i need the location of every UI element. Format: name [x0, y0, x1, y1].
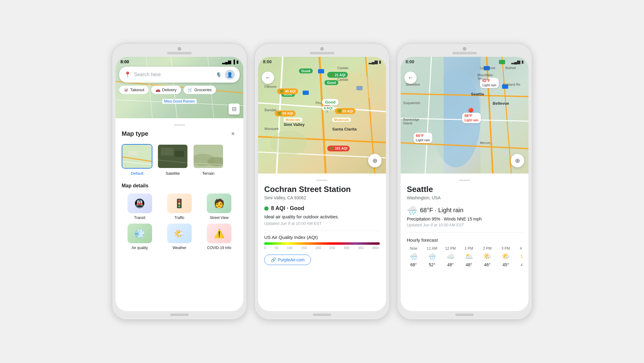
chip-takeout[interactable]: 🥡 Takeout — [119, 86, 149, 94]
detail-transit[interactable]: 🚇 Transit — [122, 193, 158, 220]
aqi-updated: Updated Jun 9 at 10:00 AM EST — [264, 221, 380, 226]
map-type-default[interactable]: Default — [122, 144, 152, 176]
phone-home-2 — [313, 314, 331, 316]
mercer-label: Mercer... — [480, 141, 493, 145]
covid-label: COVID-19 Info — [207, 246, 231, 250]
chip-delivery[interactable]: 🚗 Delivery — [151, 86, 181, 94]
hourly-item-0: Now 🌧️ 68° — [407, 246, 420, 267]
hourly-icon-3: 🌥️ — [465, 252, 473, 260]
battery-icon-3: ▮ — [521, 60, 524, 64]
chip-groceries[interactable]: 🛒 Groceries — [183, 86, 216, 94]
aqi-59a-icon: 🌿 — [277, 111, 281, 115]
detail-covid[interactable]: ⚠️ COVID-19 Info — [201, 224, 237, 250]
hourly-item-2: 12 PM ☁️ 48° — [444, 246, 457, 267]
svg-point-29 — [270, 131, 307, 155]
phone-2-map: 8:00 ▂▄▆ ▮ — [258, 57, 386, 174]
phone-camera-3 — [463, 47, 466, 51]
santaclarita-label: Santa Clarita — [332, 127, 356, 131]
terrain-label: Terrain — [202, 171, 214, 176]
hourly-time-0: Now — [410, 246, 417, 251]
transit-icon-container: 🚇 — [128, 193, 152, 213]
hourly-time-2: 12 PM — [445, 246, 456, 251]
hourly-icon-0: 🌧️ — [410, 252, 418, 260]
aqi-bubble-59b: 🌿59 AQI — [335, 108, 355, 114]
time-3: 8:00 — [406, 59, 414, 64]
covid-icon: ⚠️ — [207, 224, 231, 243]
location-icon-3: ⊕ — [515, 157, 520, 164]
seattle-map-label: Seattle — [471, 92, 484, 96]
divider-1 — [264, 231, 380, 231]
hourly-scroll[interactable]: Now 🌧️ 68° 11 AM 🌧️ 52° 12 PM ☁️ 48° 1 P… — [407, 246, 522, 270]
phone-speaker-3 — [452, 52, 477, 54]
status-bar-2: 8:00 ▂▄▆ ▮ — [258, 57, 386, 65]
phone-2: 8:00 ▂▄▆ ▮ — [254, 43, 390, 320]
satellite-preview-svg — [158, 145, 187, 168]
map-type-satellite[interactable]: Satellite — [157, 144, 188, 176]
good-label-1: Good — [299, 68, 313, 73]
sheet-title: Map type — [122, 130, 148, 137]
streetview-icon-container: 🧑 — [207, 193, 231, 213]
bothell-label: Bothell — [505, 66, 516, 70]
weather-label: Weather — [172, 246, 186, 250]
default-preview — [122, 145, 152, 168]
weather-icon-container: 🌤️ — [167, 224, 192, 243]
purpleair-button[interactable]: 🔗 PurpleAir.com — [264, 255, 311, 265]
hourly-title: Hourly forecast — [407, 237, 522, 243]
detail-airquality[interactable]: 💨 Air quality — [122, 224, 158, 250]
phone-2-inner: 8:00 ▂▄▆ ▮ — [258, 57, 386, 311]
layers-icon: ⊟ — [232, 106, 237, 112]
status-bar-1: 8:00 ▂▄▆ ▐ ▮ — [116, 57, 243, 65]
avatar[interactable]: 👤 — [225, 70, 235, 80]
location-button-2[interactable]: ⊕ — [368, 154, 382, 167]
weather-detail: Precipitation 95% · Winds NNE 15 mph — [407, 217, 522, 221]
transit-label: Transit — [134, 216, 145, 220]
aqi-bubble-40: 🌿40 AQI — [277, 88, 298, 94]
phone-1-inner: 8:00 ▂▄▆ ▐ ▮ 📍 Search here 🎙️ 👤 — [116, 57, 243, 311]
kirkland-label: Kirkland Re — [503, 83, 520, 86]
battery-icon-2: ▮ — [379, 60, 381, 64]
moderate-label-2: Moderate — [332, 118, 351, 122]
aqi-bubble-101: 🌿101 AQI — [327, 146, 350, 151]
back-button-3[interactable]: ← — [404, 72, 417, 84]
scroll-handle-3 — [459, 180, 470, 181]
phone-3: 8:00 ▂▄▆ ▮ — [397, 43, 532, 320]
detail-weather[interactable]: 🌤️ Weather — [161, 224, 197, 250]
aqi-bar-container: 0 50 100 150 200 250 300 350 400+ — [264, 242, 380, 250]
search-bar[interactable]: 📍 Search here 🎙️ 👤 — [119, 67, 240, 83]
signal-icon-2: ▂▄▆ — [369, 60, 378, 64]
good-label-2: Good — [324, 80, 338, 85]
aqi-dot — [264, 206, 269, 211]
airquality-icon: 💨 — [128, 224, 152, 243]
satellite-preview — [158, 145, 187, 168]
phone-camera-2 — [320, 47, 324, 51]
phone-camera-1 — [178, 47, 181, 51]
bainbridge-label: BainbridgeIsland — [403, 118, 419, 125]
search-text: Search here — [134, 72, 213, 77]
detail-streetview[interactable]: 🧑 Street View — [201, 193, 237, 220]
layers-button[interactable]: ⊟ — [229, 103, 240, 115]
mic-icon[interactable]: 🎙️ — [216, 72, 222, 78]
phone-home-1 — [170, 314, 189, 316]
back-button-2[interactable]: ← — [262, 72, 274, 84]
aqi-ticks: 0 50 100 150 200 250 300 350 400+ — [264, 246, 380, 250]
location-button-3[interactable]: ⊕ — [511, 154, 524, 167]
terrain-preview — [194, 145, 223, 168]
signal-icon-3: ▂▄▆ — [511, 60, 520, 64]
phone-3-inner: 8:00 ▂▄▆ ▮ — [401, 57, 528, 311]
detail-traffic[interactable]: 🚦 Traffic — [161, 193, 197, 220]
takeout-icon: 🥡 — [124, 88, 128, 92]
hourly-temp-4: 46° — [484, 262, 490, 267]
aqi-bar — [264, 242, 380, 245]
back-icon-3: ← — [408, 75, 413, 81]
close-button[interactable]: × — [229, 129, 237, 138]
hourly-temp-1: 52° — [429, 262, 435, 267]
hourly-section: Hourly forecast Now 🌧️ 68° 11 AM 🌧️ 52° … — [407, 237, 522, 270]
svg-rect-5 — [122, 145, 152, 168]
chips-row: 🥡 Takeout 🚗 Delivery 🛒 Groceries — [119, 86, 240, 94]
phones-container: 8:00 ▂▄▆ ▐ ▮ 📍 Search here 🎙️ 👤 — [112, 43, 532, 320]
aqi-description: Ideal air quality for outdoor activities… — [264, 214, 380, 219]
map-type-terrain[interactable]: Terrain — [193, 144, 224, 176]
terrain-thumb — [193, 144, 224, 169]
aqi-8-label: 8 AQI — [322, 106, 334, 110]
time-2: 8:00 — [263, 59, 272, 64]
